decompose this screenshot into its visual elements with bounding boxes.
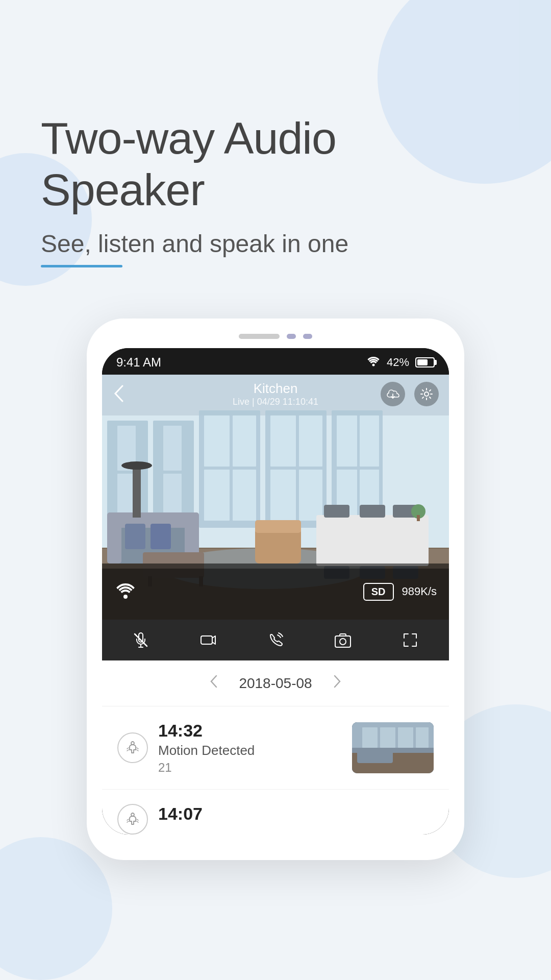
- svg-point-50: [424, 392, 429, 396]
- event-item-0[interactable]: 14:32 Motion Detected 21: [102, 706, 449, 790]
- svg-rect-66: [357, 748, 393, 763]
- svg-rect-11: [204, 415, 230, 467]
- status-time: 9:41 AM: [116, 355, 161, 370]
- phone-outer-card: 9:41 AM 42%: [87, 318, 464, 860]
- camera-name: Kitchen: [233, 381, 318, 397]
- svg-rect-62: [380, 727, 395, 748]
- svg-rect-17: [270, 470, 296, 521]
- svg-rect-18: [299, 415, 322, 467]
- audio-call-button[interactable]: [266, 631, 285, 649]
- dot-1[interactable]: [239, 334, 280, 339]
- hero-title: Two-way Audio Speaker: [41, 112, 510, 215]
- svg-rect-29: [107, 518, 121, 564]
- event-time-1: 14:07: [158, 804, 434, 824]
- svg-rect-23: [360, 415, 379, 467]
- svg-rect-19: [299, 470, 322, 521]
- phone-mockup-section: 9:41 AM 42%: [41, 318, 510, 860]
- event-type-0: Motion Detected: [158, 743, 342, 758]
- camera-view: Kitchen Live | 04/29 11:10:41: [102, 375, 449, 620]
- svg-rect-31: [125, 524, 145, 549]
- snapshot-button[interactable]: [334, 631, 352, 649]
- live-label: Live: [233, 397, 249, 407]
- camera-bottom-overlay: SD 989K/s: [102, 564, 449, 620]
- hero-section: Two-way Audio Speaker See, listen and sp…: [41, 0, 510, 267]
- live-separator: |: [252, 397, 257, 407]
- hero-title-line1: Two-way Audio: [41, 113, 336, 163]
- fullscreen-button[interactable]: [401, 631, 419, 649]
- svg-rect-8: [163, 426, 182, 471]
- hero-title-line2: Speaker: [41, 164, 205, 215]
- event-motion-icon-1: [117, 804, 148, 835]
- sd-quality-row: SD 989K/s: [363, 583, 437, 601]
- hero-subtitle: See, listen and speak in one: [41, 230, 510, 258]
- bitrate-display: 989K/s: [402, 585, 437, 598]
- subtitle-underline: [41, 265, 122, 267]
- record-button[interactable]: [199, 631, 217, 649]
- svg-rect-63: [398, 727, 413, 748]
- status-icons: 42%: [366, 355, 435, 370]
- battery-percentage: 42%: [387, 356, 409, 369]
- event-count-0: 21: [158, 761, 342, 775]
- svg-rect-55: [201, 636, 212, 644]
- events-list: 14:32 Motion Detected 21: [102, 706, 449, 835]
- mute-button[interactable]: [132, 631, 150, 649]
- svg-point-51: [123, 595, 128, 599]
- svg-rect-38: [316, 515, 429, 566]
- svg-rect-16: [270, 415, 296, 467]
- dot-3[interactable]: [303, 334, 312, 339]
- svg-rect-39: [324, 505, 349, 518]
- svg-point-67: [131, 813, 134, 816]
- phone-frame: 9:41 AM 42%: [102, 348, 449, 835]
- event-thumbnail-0[interactable]: [352, 722, 434, 773]
- current-date: 2018-05-08: [239, 675, 312, 692]
- svg-point-58: [131, 742, 134, 745]
- date-selector: 2018-05-08: [102, 660, 449, 706]
- svg-rect-47: [133, 467, 141, 518]
- camera-live-info: Live | 04/29 11:10:41: [233, 397, 318, 407]
- date-next-button[interactable]: [333, 674, 342, 693]
- event-motion-icon-0: [117, 732, 148, 763]
- settings-button[interactable]: [414, 382, 439, 406]
- camera-control-bar: [102, 620, 449, 660]
- svg-rect-56: [335, 636, 350, 647]
- svg-rect-36: [255, 528, 301, 564]
- svg-rect-40: [360, 505, 385, 518]
- live-datetime: 04/29 11:10:41: [257, 397, 318, 407]
- dot-2[interactable]: [287, 334, 296, 339]
- svg-rect-21: [337, 415, 357, 467]
- svg-rect-32: [151, 524, 171, 549]
- svg-rect-64: [416, 727, 429, 748]
- svg-rect-14: [233, 470, 256, 521]
- svg-rect-37: [255, 520, 301, 533]
- date-prev-button[interactable]: [209, 674, 218, 693]
- carousel-dots[interactable]: [102, 334, 449, 339]
- status-bar: 9:41 AM 42%: [102, 348, 449, 375]
- wifi-icon: [366, 355, 381, 370]
- svg-rect-46: [417, 515, 420, 521]
- camera-back-button[interactable]: [112, 384, 124, 407]
- camera-top-icons: [381, 382, 439, 406]
- battery-icon: [415, 357, 435, 368]
- cloud-storage-button[interactable]: [381, 382, 405, 406]
- wifi-signal-area: [114, 581, 137, 602]
- svg-point-0: [372, 364, 374, 366]
- svg-rect-13: [233, 415, 256, 467]
- event-time-0: 14:32: [158, 721, 342, 741]
- svg-point-57: [340, 639, 346, 645]
- svg-rect-9: [163, 474, 182, 519]
- event-item-1[interactable]: 14:07: [102, 790, 449, 835]
- event-info-0: 14:32 Motion Detected 21: [158, 721, 342, 775]
- sd-badge: SD: [363, 583, 394, 601]
- event-info-1: 14:07: [158, 804, 434, 824]
- svg-rect-61: [362, 727, 378, 748]
- camera-title-area: Kitchen Live | 04/29 11:10:41: [233, 381, 318, 407]
- svg-rect-12: [204, 470, 230, 521]
- svg-point-48: [121, 461, 152, 470]
